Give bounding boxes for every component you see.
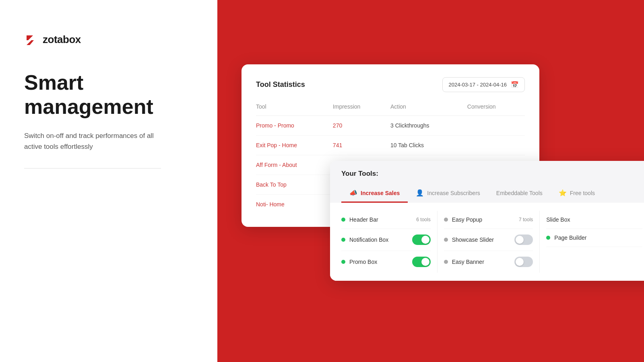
tab-increase-subscribers[interactable]: 👤 Increase Subscribers — [408, 184, 488, 203]
tool-item-left: Slide Box — [546, 216, 570, 223]
tool-item-left: Promo Box — [341, 259, 377, 265]
logo: zotabox — [24, 32, 193, 47]
tab-label: Free tools — [570, 190, 595, 196]
tool-count: 7 tools — [519, 217, 533, 222]
logo-text: zotabox — [43, 33, 81, 46]
col-tool: Tool — [256, 103, 333, 110]
status-dot — [341, 218, 345, 222]
svg-rect-0 — [24, 32, 39, 47]
tool-item-left: Showcase Slider — [444, 237, 494, 243]
megaphone-icon: 📣 — [349, 189, 357, 197]
stats-header: Tool Statistics 2024-03-17 - 2024-04-16 … — [256, 77, 525, 92]
tab-free-tools[interactable]: ⭐ Free tools — [551, 184, 603, 203]
toggle-promo-box[interactable] — [412, 257, 431, 267]
tool-item-name: Easy Popup — [452, 216, 483, 223]
status-dot — [546, 236, 550, 240]
tool-name[interactable]: Exit Pop - Home — [256, 142, 333, 148]
tool-item-left: Page Builder — [546, 234, 586, 241]
tool-item-left: Header Bar — [341, 216, 378, 223]
col-impression: Impression — [333, 103, 390, 110]
tool-count: 6 tools — [416, 217, 430, 222]
tool-item-left: Notification Box — [341, 237, 388, 243]
tool-impression: 270 — [333, 122, 390, 129]
status-dot — [341, 238, 345, 242]
tab-label: Embeddable Tools — [496, 190, 543, 196]
user-icon: 👤 — [416, 189, 424, 197]
stats-table-header: Tool Impression Action Conversion — [256, 103, 525, 116]
tool-item-name: Easy Banner — [452, 259, 484, 265]
tool-item-name: Showcase Slider — [452, 237, 494, 243]
list-item: Showcase Slider — [444, 229, 533, 251]
tool-impression: 741 — [333, 142, 390, 148]
tool-name[interactable]: Noti- Home — [256, 201, 333, 208]
tools-card-body: Header Bar 6 tools Notification Box — [330, 203, 644, 281]
tab-label: Increase Sales — [361, 190, 400, 196]
toggle-notification-box[interactable] — [412, 234, 431, 245]
tab-embeddable-tools[interactable]: Embeddable Tools — [488, 184, 551, 203]
table-row: Promo - Promo 270 3 Clickthroughs — [256, 116, 525, 136]
tools-tabs: 📣 Increase Sales 👤 Increase Subscribers … — [341, 184, 644, 203]
toggle-showcase-slider[interactable] — [514, 234, 533, 245]
tool-item-name: Promo Box — [349, 259, 377, 265]
list-item: Header Bar 6 tools — [341, 211, 431, 229]
date-range-picker[interactable]: 2024-03-17 - 2024-04-16 📅 — [442, 77, 525, 92]
star-icon: ⭐ — [559, 189, 567, 197]
tool-column-sales: Header Bar 6 tools Notification Box — [341, 211, 438, 273]
list-item — [546, 247, 642, 258]
tool-column-embeddable: Slide Box Page Builder — [546, 211, 644, 273]
tool-item-name: Page Builder — [554, 234, 586, 241]
tools-card: Your Tools: 📣 Increase Sales 👤 Increase … — [330, 161, 644, 281]
tools-card-title: Your Tools: — [341, 170, 644, 178]
tab-increase-sales[interactable]: 📣 Increase Sales — [341, 184, 408, 203]
tool-item-name: Notification Box — [349, 237, 388, 243]
tool-item-name: Header Bar — [349, 216, 378, 223]
tool-item-left: Easy Popup — [444, 216, 483, 223]
list-item: Easy Banner — [444, 251, 533, 273]
tool-item-name: Slide Box — [546, 216, 570, 223]
tools-grid: Header Bar 6 tools Notification Box — [341, 211, 644, 273]
tab-label: Increase Subscribers — [427, 190, 480, 196]
toggle-easy-banner[interactable] — [514, 257, 533, 267]
calendar-icon: 📅 — [511, 81, 519, 88]
divider — [24, 168, 161, 169]
col-action: Action — [390, 103, 467, 110]
tool-column-subscribers: Easy Popup 7 tools Showcase Slider — [444, 211, 540, 273]
col-conversion: Conversion — [467, 103, 525, 110]
tool-action: 3 Clickthroughs — [390, 122, 467, 129]
main-headline: Smartmanagement — [24, 71, 193, 119]
status-dot — [444, 260, 448, 264]
right-panel: Tool Statistics 2024-03-17 - 2024-04-16 … — [217, 0, 644, 362]
list-item: Easy Popup 7 tools — [444, 211, 533, 229]
tools-card-header: Your Tools: 📣 Increase Sales 👤 Increase … — [330, 161, 644, 203]
status-dot — [341, 260, 345, 264]
subtext: Switch on-off and track performances of … — [24, 130, 161, 152]
list-item: Slide Box — [546, 211, 642, 229]
list-item: Page Builder — [546, 229, 642, 247]
table-row: Exit Pop - Home 741 10 Tab Clicks — [256, 136, 525, 155]
tool-item-left: Easy Banner — [444, 259, 484, 265]
list-item: Notification Box — [341, 229, 431, 251]
tool-name[interactable]: Back To Top — [256, 181, 333, 188]
tool-name[interactable]: Aff Form - About — [256, 162, 333, 168]
tool-action: 10 Tab Clicks — [390, 142, 467, 148]
date-range-text: 2024-03-17 - 2024-04-16 — [448, 82, 507, 88]
status-dot — [444, 218, 448, 222]
status-dot — [444, 238, 448, 242]
left-panel: zotabox Smartmanagement Switch on-off an… — [0, 0, 217, 362]
list-item: Promo Box — [341, 251, 431, 273]
zotabox-logo-icon — [24, 32, 39, 47]
tool-name[interactable]: Promo - Promo — [256, 122, 333, 129]
stats-title: Tool Statistics — [256, 80, 305, 89]
